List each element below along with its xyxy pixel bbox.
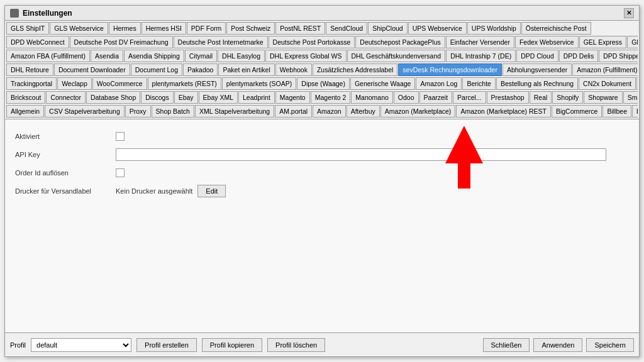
tab-dhl-easylog[interactable]: DHL Easylog: [218, 50, 265, 62]
tab-weclapp[interactable]: Weclapp: [57, 77, 92, 90]
tab-trackingportal[interactable]: Trackingportal: [6, 77, 57, 90]
tab-ebay[interactable]: Ebay: [174, 91, 198, 104]
tab-postnl-rest[interactable]: PostNL REST: [275, 22, 325, 35]
profil-kopieren-button[interactable]: Profil kopieren: [202, 338, 262, 352]
tab-amazon-(fulfillment)[interactable]: Amazon (Fulfillment): [572, 63, 638, 76]
speichern-button[interactable]: Speichern: [586, 338, 634, 352]
tab-dhl-intraship-7-(de)[interactable]: DHL Intraship 7 (DE): [446, 50, 516, 62]
tab-plentymarkets-(rest)[interactable]: plentymarkets (REST): [148, 77, 221, 90]
tab-odoo[interactable]: Odoo: [394, 91, 419, 104]
tab-document-downloader[interactable]: Document Downloader: [54, 63, 130, 76]
tab-berichte[interactable]: Berichte: [462, 77, 496, 90]
tab-post-schweiz[interactable]: Post Schweiz: [226, 22, 275, 35]
tab-plentymarkets-(soap)[interactable]: plentymarkets (SOAP): [222, 77, 296, 90]
tab-billbee[interactable]: Billbee: [602, 105, 631, 118]
tab-shopify[interactable]: Shopify: [552, 91, 583, 104]
tab-deutsche-post-dv-freimachung[interactable]: Deutsche Post DV Freimachung: [70, 36, 173, 48]
tab-amazon-(marketplace)[interactable]: Amazon (Marketplace): [380, 105, 456, 118]
tab-proxy[interactable]: Proxy: [125, 105, 151, 118]
tab-brickscout[interactable]: Brickscout: [6, 91, 45, 104]
footer-right: Schließen Anwenden Speichern: [483, 338, 634, 352]
tab-csv-stapelverarbeitung[interactable]: CSV Stapelverarbeitung: [45, 105, 125, 118]
tab-xml-stapelverarbeitung[interactable]: XML Stapelverarbeitung: [195, 105, 274, 118]
tab-afterbuy[interactable]: Afterbuy: [347, 105, 380, 118]
window-icon: [10, 9, 19, 18]
tab-österreichische-post[interactable]: Österreichische Post: [521, 22, 591, 35]
tab-paket-ein-artikel[interactable]: Paket ein Artikel: [218, 63, 274, 76]
profil-erstellen-button[interactable]: Profil erstellen: [136, 338, 197, 352]
tab-woocommerce[interactable]: WooCommerce: [92, 77, 147, 90]
tab-dipse-(waage)[interactable]: Dipse (Waage): [297, 77, 350, 90]
tab-paarzeit[interactable]: Paarzeit: [419, 91, 453, 104]
tab-amazon-(marketplace)-rest[interactable]: Amazon (Marketplace) REST: [456, 105, 551, 118]
tab-connector[interactable]: Connector: [46, 91, 85, 104]
tab-cn2x-dokument[interactable]: CN2x Dokument: [579, 77, 636, 90]
tab-csv-log[interactable]: CSV Log: [636, 77, 638, 90]
tab-hermes[interactable]: Hermes: [109, 22, 141, 35]
order-id-checkbox[interactable]: [116, 168, 125, 177]
tab-dpd-shipperservice-(ch)[interactable]: DPD ShipperService (CH): [599, 50, 638, 62]
tab-shipcloud[interactable]: ShipCloud: [368, 22, 407, 35]
tab-pakadoo[interactable]: Pakadoo: [183, 63, 218, 76]
profil-select[interactable]: default: [31, 338, 131, 352]
schliessen-button[interactable]: Schließen: [483, 338, 530, 352]
tab-pdf-form[interactable]: PDF Form: [187, 22, 226, 35]
profil-loeschen-button[interactable]: Profil löschen: [267, 338, 325, 352]
close-button[interactable]: ✕: [624, 8, 634, 18]
tab-manomano[interactable]: Manomano: [351, 91, 393, 104]
drucker-value: Kein Drucker ausgewählt: [116, 187, 192, 195]
tab-smartstore.net[interactable]: SmartStore.NET: [623, 91, 638, 104]
tab-bricklink[interactable]: Bricklink: [632, 105, 638, 118]
tab-amazon-log[interactable]: Amazon Log: [416, 77, 462, 90]
tab-allgemein[interactable]: Allgemein: [6, 105, 44, 118]
tab-deutsche-post-portokasse[interactable]: Deutsche Post Portokasse: [269, 36, 355, 48]
tab-database-shop[interactable]: Database Shop: [86, 91, 140, 104]
tab-amazon-fba-(fulfillment)[interactable]: Amazon FBA (Fulfillment): [6, 50, 90, 62]
tab-einfacher-versender[interactable]: Einfacher Versender: [446, 36, 514, 48]
tab-parcel...[interactable]: Parcel...: [453, 91, 486, 104]
tab-ebay-xml[interactable]: Ebay XML: [199, 91, 238, 104]
tab-document-log[interactable]: Document Log: [131, 63, 182, 76]
tab-hermes-hsi[interactable]: Hermes HSI: [142, 22, 186, 35]
tab-dpd-cloud[interactable]: DPD Cloud: [516, 50, 558, 62]
tab-ups-webservice[interactable]: UPS Webservice: [408, 22, 467, 35]
tab-generische-waage[interactable]: Generische Waage: [350, 77, 416, 90]
tab-gls-webservice[interactable]: GLS Webservice: [50, 22, 108, 35]
tab-gel-express[interactable]: GEL Express: [579, 36, 626, 48]
tab-amazon[interactable]: Amazon: [313, 105, 346, 118]
tab-deutsche-post-internetmarke[interactable]: Deutsche Post Internetmarke: [174, 36, 268, 48]
tab-sendcloud[interactable]: SendCloud: [326, 22, 367, 35]
tab-fedex-webservice[interactable]: Fedex Webservice: [515, 36, 579, 48]
tab-zusätzliches-addresslabel[interactable]: Zusätzliches Addresslabel: [313, 63, 397, 76]
tab-discogs[interactable]: Discogs: [141, 91, 173, 104]
tab-dhl-retoure[interactable]: DHL Retoure: [6, 63, 53, 76]
tab-gls-gepard[interactable]: GLS Gepard: [627, 36, 638, 48]
tab-bestellung-als-rechnung[interactable]: Bestellung als Rechnung: [496, 77, 578, 90]
anwenden-button[interactable]: Anwenden: [533, 338, 582, 352]
tab-dpd-delis[interactable]: DPD Delis: [559, 50, 598, 62]
tab-gls-shipit[interactable]: GLS ShipIT: [6, 22, 49, 35]
tab-asendia-shipping[interactable]: Asendia Shipping: [124, 50, 184, 62]
tab-am.portal[interactable]: AM.portal: [275, 105, 312, 118]
tab-dhl-geschäftskundenversand[interactable]: DHL Geschäftskundenversand: [347, 50, 446, 62]
edit-button[interactable]: Edit: [197, 185, 226, 197]
tab-webhook[interactable]: Webhook: [275, 63, 312, 76]
tab-ups-worldship[interactable]: UPS Worldship: [467, 22, 521, 35]
tab-leadprint[interactable]: Leadprint: [238, 91, 275, 104]
tab-sevdesk-rechnungsdownloader[interactable]: sevDesk Rechnungsdownloader: [398, 63, 502, 76]
tab-shop-batch[interactable]: Shop Batch: [152, 105, 194, 118]
tab-citymail[interactable]: Citymail: [185, 50, 217, 62]
tab-dhl-express-global-ws[interactable]: DHL Express Global WS: [265, 50, 347, 62]
tab-magento[interactable]: Magento: [275, 91, 310, 104]
tab-real[interactable]: Real: [530, 91, 552, 104]
tab-deutschepost-packageplus[interactable]: Deutschepost PackagePlus: [355, 36, 445, 48]
api-key-input[interactable]: [116, 148, 606, 161]
tab-asendia[interactable]: Asendia: [91, 50, 123, 62]
tab-abholungsversender[interactable]: Abholungsversender: [502, 63, 572, 76]
aktiviert-checkbox[interactable]: [116, 132, 125, 141]
tab-prestashop[interactable]: Prestashop: [487, 91, 529, 104]
tab-magento-2[interactable]: Magento 2: [311, 91, 351, 104]
tab-shopware[interactable]: Shopware: [584, 91, 622, 104]
tab-bigcommerce[interactable]: BigCommerce: [552, 105, 602, 118]
tab-dpd-webconnect[interactable]: DPD WebConnect: [6, 36, 69, 48]
